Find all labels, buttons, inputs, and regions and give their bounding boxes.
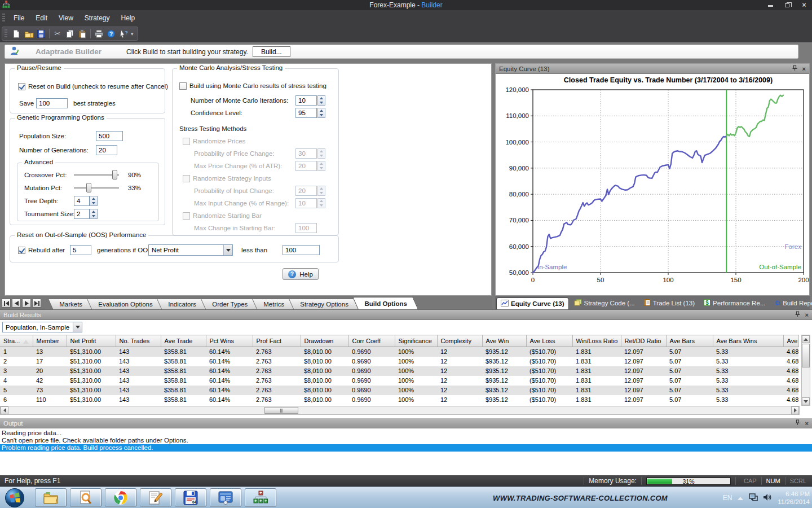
results-view-dropdown-icon[interactable] [73,322,82,332]
confidence-spinner[interactable] [317,108,325,118]
oos-threshold-input[interactable]: 100 [283,245,320,255]
table-row[interactable]: 320$51,310.00143$358.8160.14%2.763$8,010… [0,366,798,376]
randomize-inputs-checkbox[interactable] [183,175,190,182]
column-header-1[interactable]: Member [33,335,67,347]
panel-close-icon[interactable]: × [805,312,809,318]
oos-metric-select[interactable]: Net Profit [148,244,233,256]
help-button[interactable]: ? Help [283,268,319,280]
confidence-input[interactable]: 95 [295,108,317,118]
column-header-15[interactable]: Ave Bars [666,335,713,347]
column-header-14[interactable]: Ret/DD Ratio [621,335,666,347]
column-header-6[interactable]: Prof Fact [253,335,301,347]
tab-markets[interactable]: Markets [48,299,94,309]
network-icon[interactable] [749,493,758,503]
results-horizontal-scrollbar[interactable] [0,406,800,415]
randomize-prices-checkbox[interactable] [183,138,190,145]
language-indicator[interactable]: EN [723,494,732,502]
help-icon[interactable]: ? [105,28,117,40]
taskbar-backup-icon[interactable]: 64 [175,488,206,507]
cut-icon[interactable]: ✂ [51,28,64,40]
tab-build-options[interactable]: Build Options [352,297,418,309]
menu-strategy[interactable]: Strategy [79,10,116,25]
tournament-spinner[interactable] [90,209,98,219]
clock[interactable]: 6:46 PM 11/26/2014 [778,490,810,506]
scroll-thumb[interactable] [264,407,298,414]
table-row[interactable]: 573$51,310.00143$358.8160.14%2.763$8,010… [0,386,798,395]
scroll-right-icon[interactable] [791,406,799,414]
taskbar-explorer-icon[interactable] [35,488,67,507]
toolbar-overflow-icon[interactable]: ▾ [131,31,134,37]
rebuild-generations-input[interactable]: 5 [70,245,91,255]
results-vertical-scrollbar[interactable] [801,335,810,406]
pin-icon[interactable] [795,311,801,318]
copy-icon[interactable] [64,28,76,40]
output-line[interactable]: Can't open price file. Check available f… [0,437,812,444]
column-header-12[interactable]: Ave Loss [526,335,572,347]
mutation-slider[interactable] [74,183,119,192]
column-header-10[interactable]: Complexity [437,335,482,347]
tab-trade-list[interactable]: Trade List (13) [640,297,699,309]
tab-order-types[interactable]: Order Types [201,299,259,309]
new-file-icon[interactable] [10,28,23,40]
tournament-input[interactable]: 2 [74,209,90,219]
tree-depth-input[interactable]: 4 [74,196,90,206]
build-monte-carlo-checkbox[interactable] [179,82,187,90]
reset-on-build-checkbox[interactable] [18,83,25,90]
column-header-0[interactable]: Stra... [0,335,33,347]
mutation-slider-thumb[interactable] [86,183,91,192]
pin-icon[interactable] [792,65,798,72]
tab-evaluation-options[interactable]: Evaluation Options [87,299,164,309]
taskbar-search-icon[interactable] [70,488,102,507]
table-row[interactable]: 442$51,310.00143$358.8160.14%2.763$8,010… [0,376,798,386]
taskbar-builder-icon[interactable] [245,488,276,507]
tab-strategy-options[interactable]: Strategy Options [289,299,360,309]
tray-expand-icon[interactable] [738,494,743,502]
output-line[interactable]: Reading price data... [0,430,812,437]
taskbar-settings-icon[interactable] [210,488,241,507]
pin-icon[interactable] [795,419,801,427]
tab-nav-first-icon[interactable] [2,299,11,308]
tab-performance-report[interactable]: $ Performance Re... [700,297,769,309]
tab-nav-last-icon[interactable] [32,299,41,308]
table-row[interactable]: 217$51,310.00143$358.8160.14%2.763$8,010… [0,357,798,366]
tab-equity-curve[interactable]: Equity Curve (13) [496,297,569,309]
column-header-16[interactable]: Ave Bars Wins [713,335,783,347]
menu-help[interactable]: Help [116,10,141,25]
save-strategies-input[interactable]: 100 [36,98,68,108]
table-row[interactable]: 113$51,310.00143$358.8160.14%2.763$8,010… [0,347,798,357]
menubar-grip[interactable] [2,14,5,23]
column-header-8[interactable]: Corr Coeff [348,335,395,347]
table-row[interactable]: 6110$51,310.00143$358.8160.14%2.763$8,01… [0,395,798,405]
generations-input[interactable]: 20 [96,145,117,155]
column-header-9[interactable]: Significance [395,335,437,347]
menu-edit[interactable]: Edit [30,10,53,25]
menu-file[interactable]: File [8,10,30,25]
iterations-spinner[interactable] [317,95,325,106]
oos-metric-dropdown-icon[interactable] [223,245,232,255]
scroll-thumb[interactable] [802,344,810,367]
population-size-input[interactable]: 500 [96,131,123,141]
scroll-up-icon[interactable] [802,335,810,343]
iterations-input[interactable]: 10 [295,95,317,106]
tab-indicators[interactable]: Indicators [157,299,208,309]
rebuild-checkbox[interactable] [18,247,25,254]
taskbar-chrome-icon[interactable] [105,488,136,507]
crossover-slider-thumb[interactable] [112,170,117,179]
start-button[interactable] [5,488,25,508]
tab-strategy-code[interactable]: Strategy Code (... [570,297,639,309]
context-help-icon[interactable]: ? [117,28,130,40]
column-header-17[interactable]: Ave [783,335,798,347]
tab-nav-next-icon[interactable] [22,299,31,308]
scroll-down-icon[interactable] [802,397,810,405]
scroll-left-icon[interactable] [1,406,8,414]
panel-close-icon[interactable]: × [802,65,806,72]
output-line[interactable]: Problem reading price data. Build proces… [0,444,812,452]
column-header-2[interactable]: Net Profit [67,335,116,347]
panel-close-icon[interactable]: × [805,420,809,427]
print-icon[interactable] [92,28,105,40]
column-header-11[interactable]: Ave Win [482,335,526,347]
taskbar-editor-icon[interactable] [140,488,171,507]
tab-nav-prev-icon[interactable] [12,299,21,308]
minimize-button[interactable] [766,1,775,9]
restore-button[interactable] [783,1,792,9]
